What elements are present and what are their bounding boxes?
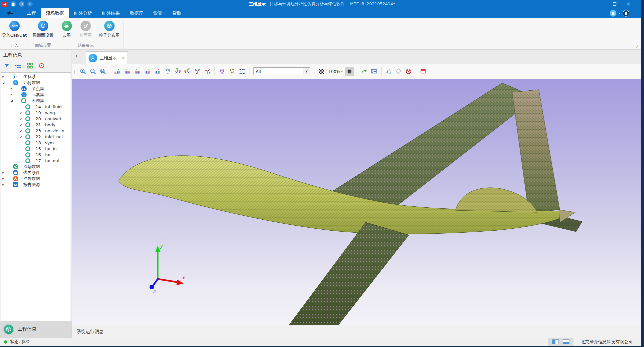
tree-item-node-set[interactable]: ●● 节点集: [1, 86, 71, 92]
minimize-button[interactable]: [599, 4, 603, 4]
tree-item-surface[interactable]: 17 - far_out: [1, 158, 71, 164]
close-button[interactable]: ×: [626, 2, 631, 6]
tree-checkbox[interactable]: [15, 99, 19, 103]
grid-view-icon[interactable]: [27, 62, 33, 69]
target-icon[interactable]: [38, 62, 45, 69]
toolbar-grip-handle[interactable]: ∥: [74, 69, 76, 74]
import-cas-dat-button[interactable]: cas 导入Cas/Dat: [0, 20, 29, 38]
tree-checkbox[interactable]: [19, 147, 23, 151]
project-tree[interactable]: Yzx 坐标系 △ 几何数据 ●● 节点集 ○ 元素集: [1, 72, 71, 321]
menu-item-infrared-results[interactable]: 红外结果: [97, 8, 125, 18]
filter-icon[interactable]: [3, 62, 10, 69]
tree-item-face-set[interactable]: 面域集: [1, 98, 71, 104]
expander-icon[interactable]: [2, 81, 7, 84]
particles-icon[interactable]: [227, 67, 236, 76]
view-iso-2-icon[interactable]: Yxz: [183, 67, 192, 76]
expander-icon[interactable]: [11, 87, 15, 90]
view-front-icon[interactable]: Yxz: [113, 67, 122, 76]
tree-checkbox[interactable]: [19, 105, 23, 109]
tree-item-geometry-data[interactable]: △ 几何数据: [1, 80, 71, 86]
tree-checkbox[interactable]: [7, 165, 11, 169]
tree-checkbox[interactable]: [19, 135, 23, 139]
menu-item-engineering[interactable]: 工程: [22, 8, 41, 18]
menu-item-flowfield-data[interactable]: 流场数据: [41, 8, 69, 18]
tree-checkbox[interactable]: [7, 75, 11, 79]
expander-icon[interactable]: [2, 75, 7, 78]
snapshot-icon[interactable]: [370, 67, 379, 76]
tree-item-element-set[interactable]: ○ 元素集: [1, 92, 71, 98]
maximize-button[interactable]: [613, 2, 616, 6]
tree-item-infrared-data[interactable]: 红外数据: [1, 176, 71, 182]
tree-checkbox[interactable]: [15, 87, 19, 91]
transparency-icon[interactable]: [317, 67, 326, 76]
view-back-icon[interactable]: Yzx: [123, 67, 132, 76]
chevron-down-icon[interactable]: ⌄: [429, 70, 432, 73]
tree-item-surface[interactable]: 19 - wing: [1, 110, 71, 116]
tree-checkbox[interactable]: [19, 117, 23, 121]
collapse-list-icon[interactable]: [15, 62, 22, 69]
select-box-icon[interactable]: [237, 67, 246, 76]
tree-item-surface[interactable]: 15 - far_in: [1, 146, 71, 152]
cloud-map-button[interactable]: 云图: [57, 20, 76, 38]
tab-close-icon[interactable]: ✕: [122, 56, 125, 61]
tree-item-surface[interactable]: 20 - chuiwei: [1, 116, 71, 122]
particle-distribution-button[interactable]: 粒子分布图: [95, 20, 123, 38]
layout-left-panel-icon[interactable]: [552, 339, 559, 344]
view-top-icon[interactable]: xzY: [153, 67, 162, 76]
tree-item-surface[interactable]: 14 - int_fluid: [1, 104, 71, 110]
expander-icon[interactable]: [2, 177, 7, 180]
ribbon-collapse-icon[interactable]: ∧: [636, 44, 639, 49]
zoom-level-dropdown[interactable]: 100% ▾: [327, 69, 344, 74]
export-arrow-icon[interactable]: [360, 67, 369, 76]
tree-item-surface[interactable]: 18 - sym: [1, 140, 71, 146]
package-icon[interactable]: [419, 67, 428, 76]
tab-3d-view[interactable]: 三维显示 ✕: [86, 51, 128, 64]
view-bottom-icon[interactable]: zYx: [163, 67, 172, 76]
view-right-icon[interactable]: Yzx: [143, 67, 152, 76]
tree-checkbox[interactable]: [7, 177, 11, 181]
help-book-icon[interactable]: [623, 10, 629, 17]
mirror-icon[interactable]: [384, 67, 393, 76]
viewport-3d[interactable]: y x z: [72, 79, 641, 325]
tree-checkbox[interactable]: [19, 141, 23, 145]
tree-item-flowfield-data[interactable]: 流场数据: [1, 164, 71, 170]
zoom-in-icon[interactable]: [78, 67, 87, 76]
tree-item-report-resources[interactable]: 报告资源: [1, 182, 71, 188]
tree-item-surface[interactable]: 22 - inlet_out: [1, 134, 71, 140]
tree-checkbox[interactable]: [7, 171, 11, 175]
tree-item-surface[interactable]: 23 - nozzle_in: [1, 128, 71, 134]
view-iso-3-icon[interactable]: zYx: [193, 67, 202, 76]
tree-item-boundary-conditions[interactable]: ⇄ 边界条件: [1, 170, 71, 176]
view-left-icon[interactable]: Yxz: [133, 67, 142, 76]
zoom-out-icon[interactable]: [88, 67, 97, 76]
tree-checkbox[interactable]: [19, 129, 23, 133]
tree-item-surface[interactable]: 21 - body: [1, 122, 71, 128]
periodic-face-settings-button[interactable]: 周期面设置: [29, 20, 57, 38]
view-iso-4-icon[interactable]: zxY: [203, 67, 212, 76]
chevron-down-icon[interactable]: ▾: [619, 12, 620, 15]
tree-item-surface[interactable]: 16 - far: [1, 152, 71, 158]
theme-icon[interactable]: [610, 10, 616, 17]
menu-item-settings[interactable]: 设置: [149, 8, 167, 18]
view-iso-1-icon[interactable]: Yxz: [173, 67, 182, 76]
layout-bottom-panel-icon[interactable]: [563, 339, 569, 344]
tree-checkbox[interactable]: [15, 93, 19, 97]
tree-checkbox[interactable]: [19, 123, 23, 127]
menu-item-database[interactable]: 数据库: [125, 8, 149, 18]
delete-result-icon[interactable]: [404, 67, 413, 76]
display-filter-combobox[interactable]: All ▼: [253, 67, 310, 75]
expander-icon[interactable]: [11, 93, 15, 96]
tree-checkbox[interactable]: [7, 81, 11, 85]
zoom-fit-icon[interactable]: [98, 67, 107, 76]
menu-item-infrared-analysis[interactable]: 红外分析: [69, 8, 97, 18]
combobox-dropdown-icon[interactable]: ▼: [303, 68, 310, 75]
message-bar[interactable]: 系统运行消息: [72, 325, 641, 338]
tree-checkbox[interactable]: [19, 111, 23, 115]
tree-checkbox[interactable]: [19, 159, 23, 163]
probe-icon[interactable]: [217, 67, 226, 76]
panel-footer[interactable]: 工程信息: [0, 321, 72, 338]
mesh-grid-toggle[interactable]: [345, 67, 354, 76]
expander-icon[interactable]: [2, 171, 7, 174]
tree-item-coordinate-system[interactable]: Yzx 坐标系: [1, 74, 71, 80]
panel-collapse-icon[interactable]: ‹: [75, 53, 77, 59]
